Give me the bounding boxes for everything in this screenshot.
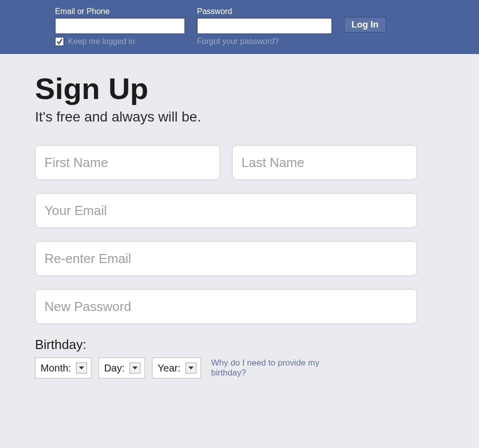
forgot-password-link[interactable]: Forgot your password? xyxy=(197,37,279,46)
new-password-input[interactable] xyxy=(35,289,417,324)
email-signup-input[interactable] xyxy=(35,193,417,228)
day-select-label: Day: xyxy=(104,362,124,374)
login-password-column: Password Forgot your password? xyxy=(197,7,332,46)
first-name-input[interactable] xyxy=(35,145,220,180)
password-label: Password xyxy=(197,7,332,16)
month-select-label: Month: xyxy=(40,362,71,374)
reenter-email-input[interactable] xyxy=(35,241,417,276)
email-input[interactable] xyxy=(55,18,185,34)
email-label: Email or Phone xyxy=(55,7,185,16)
svg-marker-1 xyxy=(132,366,138,370)
chevron-down-icon xyxy=(76,362,87,374)
login-email-column: Email or Phone Keep me logged in xyxy=(55,7,185,46)
why-birthday-link[interactable]: Why do I need to provide my birthday? xyxy=(211,358,351,378)
last-name-input[interactable] xyxy=(232,145,417,180)
birthday-month-select[interactable]: Month: xyxy=(35,358,92,378)
login-button[interactable]: Log In xyxy=(344,17,386,32)
keep-logged-label[interactable]: Keep me logged in xyxy=(68,37,134,46)
year-select-label: Year: xyxy=(158,362,180,374)
chevron-down-icon xyxy=(186,362,196,374)
login-header: Email or Phone Keep me logged in Passwor… xyxy=(0,0,479,54)
svg-marker-0 xyxy=(79,366,84,370)
birthday-row: Month: Day: Year: Why do I need to provi… xyxy=(35,358,430,378)
signup-subtitle: It's free and always will be. xyxy=(35,109,430,125)
chevron-down-icon xyxy=(130,362,140,374)
birthday-label: Birthday: xyxy=(35,337,430,352)
keep-logged-checkbox[interactable] xyxy=(55,37,64,46)
signup-form: Sign Up It's free and always will be. Bi… xyxy=(0,54,430,378)
birthday-year-select[interactable]: Year: xyxy=(152,358,201,378)
birthday-day-select[interactable]: Day: xyxy=(98,358,145,378)
check-icon xyxy=(56,38,63,45)
svg-marker-2 xyxy=(188,366,194,370)
signup-title: Sign Up xyxy=(35,74,430,104)
password-input[interactable] xyxy=(197,18,332,34)
